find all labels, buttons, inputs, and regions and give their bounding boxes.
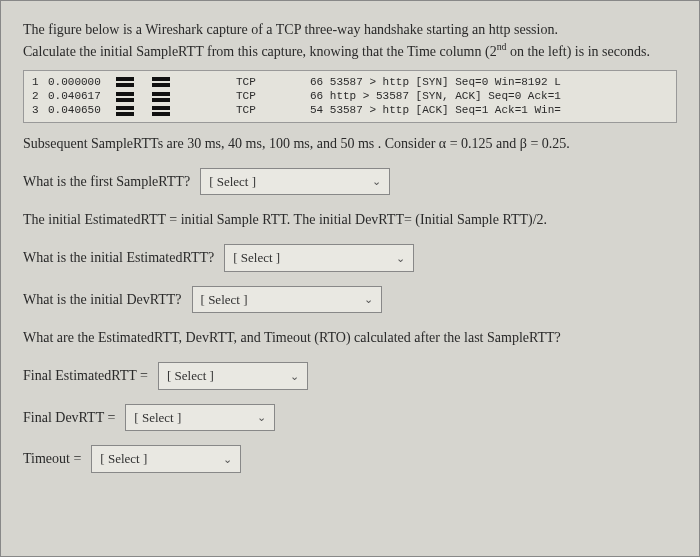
q5-label: Final DevRTT = — [23, 407, 115, 428]
cap-proto: TCP — [236, 103, 264, 117]
select-first-samplertt[interactable]: [ Select ] ⌄ — [200, 168, 390, 196]
chevron-down-icon: ⌄ — [364, 291, 373, 308]
cap-info: 66 53587 > http [SYN] Seq=0 Win=8192 L — [310, 75, 561, 89]
intro-line1: The figure below is a Wireshark capture … — [23, 22, 558, 37]
q3-label: What is the initial DevRTT? — [23, 289, 182, 310]
intro-line2b: on the left) is in seconds. — [506, 44, 649, 59]
wireshark-capture: 1 0.000000 TCP 66 53587 > http [SYN] Seq… — [23, 70, 677, 123]
question-first-samplertt: What is the first SampleRTT? [ Select ] … — [23, 168, 677, 196]
final-question-statement: What are the EstimatedRTT, DevRTT, and T… — [23, 327, 677, 348]
select-placeholder: [ Select ] — [100, 449, 147, 469]
question-timeout: Timeout = [ Select ] ⌄ — [23, 445, 677, 473]
select-placeholder: [ Select ] — [233, 248, 280, 268]
initial-definitions: The initial EstimatedRTT = initial Sampl… — [23, 209, 677, 230]
capture-row: 1 0.000000 TCP 66 53587 > http [SYN] Seq… — [32, 75, 668, 89]
select-placeholder: [ Select ] — [209, 172, 256, 192]
question-page: The figure below is a Wireshark capture … — [0, 0, 700, 557]
q1-label: What is the first SampleRTT? — [23, 171, 190, 192]
redacted-bars-icon — [116, 91, 170, 102]
select-timeout[interactable]: [ Select ] ⌄ — [91, 445, 241, 473]
select-final-estimatedrtt[interactable]: [ Select ] ⌄ — [158, 362, 308, 390]
question-final-estimatedrtt: Final EstimatedRTT = [ Select ] ⌄ — [23, 362, 677, 390]
select-initial-estimatedrtt[interactable]: [ Select ] ⌄ — [224, 244, 414, 272]
cap-time: 0.040617 — [48, 89, 110, 103]
q2-label: What is the initial EstimatedRTT? — [23, 247, 214, 268]
question-initial-devrtt: What is the initial DevRTT? [ Select ] ⌄ — [23, 286, 677, 314]
cap-proto: TCP — [236, 89, 264, 103]
cap-info: 54 53587 > http [ACK] Seq=1 Ack=1 Win= — [310, 103, 561, 117]
redacted-bars-icon — [116, 105, 170, 116]
redacted-bars-icon — [116, 76, 170, 87]
select-placeholder: [ Select ] — [167, 366, 214, 386]
chevron-down-icon: ⌄ — [290, 368, 299, 385]
capture-row: 2 0.040617 TCP 66 http > 53587 [SYN, ACK… — [32, 89, 668, 103]
select-initial-devrtt[interactable]: [ Select ] ⌄ — [192, 286, 382, 314]
chevron-down-icon: ⌄ — [223, 451, 232, 468]
chevron-down-icon: ⌄ — [257, 409, 266, 426]
subsequent-statement: Subsequent SampleRTTs are 30 ms, 40 ms, … — [23, 133, 677, 154]
cap-num: 3 — [32, 103, 42, 117]
intro-sup: nd — [497, 41, 507, 52]
q6-label: Timeout = — [23, 448, 81, 469]
capture-row: 3 0.040650 TCP 54 53587 > http [ACK] Seq… — [32, 103, 668, 117]
cap-num: 2 — [32, 89, 42, 103]
cap-info: 66 http > 53587 [SYN, ACK] Seq=0 Ack=1 — [310, 89, 561, 103]
intro-line2a: Calculate the initial SampleRTT from thi… — [23, 44, 497, 59]
cap-proto: TCP — [236, 75, 264, 89]
question-final-devrtt: Final DevRTT = [ Select ] ⌄ — [23, 404, 677, 432]
select-final-devrtt[interactable]: [ Select ] ⌄ — [125, 404, 275, 432]
select-placeholder: [ Select ] — [201, 290, 248, 310]
chevron-down-icon: ⌄ — [396, 250, 405, 267]
cap-time: 0.040650 — [48, 103, 110, 117]
intro-text: The figure below is a Wireshark capture … — [23, 19, 677, 62]
cap-num: 1 — [32, 75, 42, 89]
cap-time: 0.000000 — [48, 75, 110, 89]
q4-label: Final EstimatedRTT = — [23, 365, 148, 386]
chevron-down-icon: ⌄ — [372, 173, 381, 190]
select-placeholder: [ Select ] — [134, 408, 181, 428]
question-initial-estimatedrtt: What is the initial EstimatedRTT? [ Sele… — [23, 244, 677, 272]
